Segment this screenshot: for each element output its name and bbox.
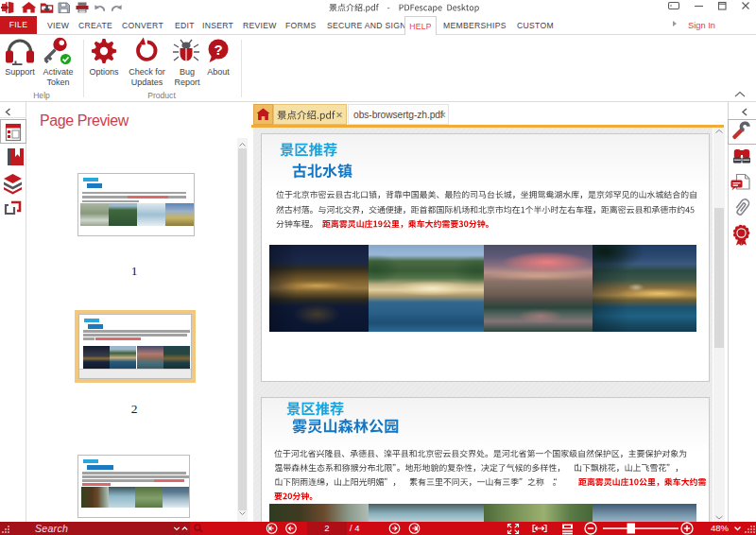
svg-text:?: ? bbox=[214, 42, 222, 58]
